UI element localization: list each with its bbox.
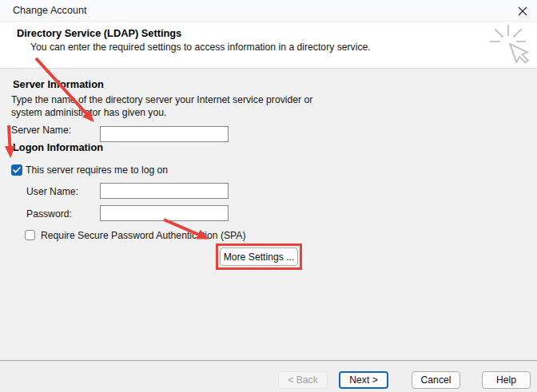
password-label: Password: (26, 208, 72, 220)
help-button[interactable]: Help (482, 371, 531, 389)
spa-checkbox[interactable] (25, 230, 35, 240)
wizard-header: Directory Service (LDAP) Settings You ca… (0, 22, 537, 69)
back-button: < Back (278, 371, 328, 389)
wizard-footer: < Back Next > Cancel Help (0, 360, 537, 392)
password-input[interactable] (100, 205, 229, 221)
window-title: Change Account (13, 0, 86, 22)
page-subtitle: You can enter the required settings to a… (30, 42, 371, 53)
page-title: Directory Service (LDAP) Settings (17, 27, 181, 39)
click-cursor-icon (487, 22, 535, 72)
dialog-body: Server Information Type the name of the … (0, 69, 537, 360)
title-bar: Change Account (0, 0, 537, 22)
close-icon (518, 6, 527, 16)
requires-logon-label[interactable]: This server requires me to log on (26, 164, 168, 176)
server-name-label: Server Name: (11, 125, 71, 136)
close-button[interactable] (513, 2, 532, 20)
user-name-label: User Name: (26, 186, 78, 197)
more-settings-button[interactable]: More Settings ... (220, 247, 298, 266)
requires-logon-checkbox[interactable] (11, 164, 22, 176)
server-description-line1: Type the name of the directory server yo… (11, 94, 312, 107)
server-name-input[interactable] (100, 126, 229, 142)
change-account-dialog: Change Account Directory Service (LDAP) … (0, 0, 537, 392)
user-name-input[interactable] (100, 183, 229, 199)
server-description-line2: system administrator has given you. (11, 107, 312, 120)
cancel-button[interactable]: Cancel (412, 371, 460, 389)
server-description: Type the name of the directory server yo… (11, 94, 312, 119)
next-button[interactable]: Next > (339, 371, 388, 389)
logon-information-heading: Logon Information (13, 141, 103, 153)
checkmark-icon (13, 167, 21, 173)
server-information-heading: Server Information (13, 78, 104, 90)
spa-label[interactable]: Require Secure Password Authentication (… (41, 230, 246, 241)
